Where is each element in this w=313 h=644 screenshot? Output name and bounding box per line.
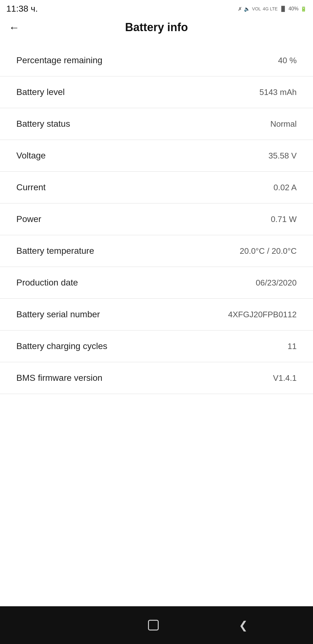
info-value: 4XFGJ20FPB0112 — [228, 310, 297, 319]
table-row: Battery statusNormal — [0, 108, 313, 140]
info-label: Battery serial number — [16, 309, 100, 319]
table-row: Voltage35.58 V — [0, 140, 313, 172]
table-row: Current0.02 A — [0, 172, 313, 203]
info-value: 06/23/2020 — [256, 278, 297, 288]
info-label: Battery status — [16, 119, 70, 129]
info-value: 0.02 A — [273, 183, 297, 192]
home-icon — [148, 620, 159, 630]
table-row: Battery level5143 mAh — [0, 76, 313, 108]
signal-icon: ▐▌ — [279, 6, 287, 12]
app-header: ← Battery info — [0, 16, 313, 38]
info-value: 5143 mAh — [259, 87, 297, 97]
table-row: Battery charging cycles11 — [0, 330, 313, 362]
status-time: 11:38 ч. — [6, 4, 38, 14]
info-label: Battery temperature — [16, 246, 94, 256]
table-row: Production date06/23/2020 — [0, 267, 313, 299]
vol-icon: VOL — [252, 6, 261, 11]
bluetooth-icon: ✗ — [238, 6, 242, 12]
nav-back-button[interactable]: ❮ — [239, 620, 248, 630]
info-value: 11 — [288, 341, 297, 351]
table-row: Percentage remaining40 % — [0, 45, 313, 76]
info-value: 0.71 W — [271, 214, 297, 224]
page-title: Battery info — [125, 21, 188, 34]
info-label: Power — [16, 214, 41, 224]
info-value: 20.0°C / 20.0°C — [240, 246, 297, 256]
info-label: BMS firmware version — [16, 373, 102, 383]
info-label: Voltage — [16, 151, 46, 161]
battery-percent: 40% — [288, 6, 299, 12]
info-value: Normal — [270, 119, 297, 129]
back-icon: ❮ — [239, 620, 248, 630]
info-value: V1.4.1 — [273, 373, 297, 383]
status-bar: 11:38 ч. ✗ 🔈 VOL 4G LTE ▐▌ 40% 🔋 — [0, 0, 313, 16]
info-label: Percentage remaining — [16, 55, 102, 65]
table-row: BMS firmware versionV1.4.1 — [0, 362, 313, 394]
table-row: Battery serial number4XFGJ20FPB0112 — [0, 299, 313, 330]
battery-info-list: Percentage remaining40 %Battery level514… — [0, 38, 313, 606]
navigation-bar: ❮ — [0, 606, 313, 644]
table-row: Battery temperature20.0°C / 20.0°C — [0, 235, 313, 267]
status-icons: ✗ 🔈 VOL 4G LTE ▐▌ 40% 🔋 — [238, 6, 307, 12]
info-label: Battery charging cycles — [16, 341, 107, 351]
back-button[interactable]: ← — [9, 22, 19, 33]
battery-icon: 🔋 — [300, 6, 307, 12]
info-label: Current — [16, 182, 46, 192]
info-value: 40 % — [278, 56, 297, 65]
table-row: Power0.71 W — [0, 203, 313, 235]
info-label: Production date — [16, 278, 78, 288]
info-value: 35.58 V — [268, 151, 297, 161]
4g-lte-icon: 4G LTE — [263, 6, 277, 11]
nav-home-button[interactable] — [148, 620, 159, 630]
info-label: Battery level — [16, 87, 65, 97]
mute-icon: 🔈 — [244, 6, 250, 12]
